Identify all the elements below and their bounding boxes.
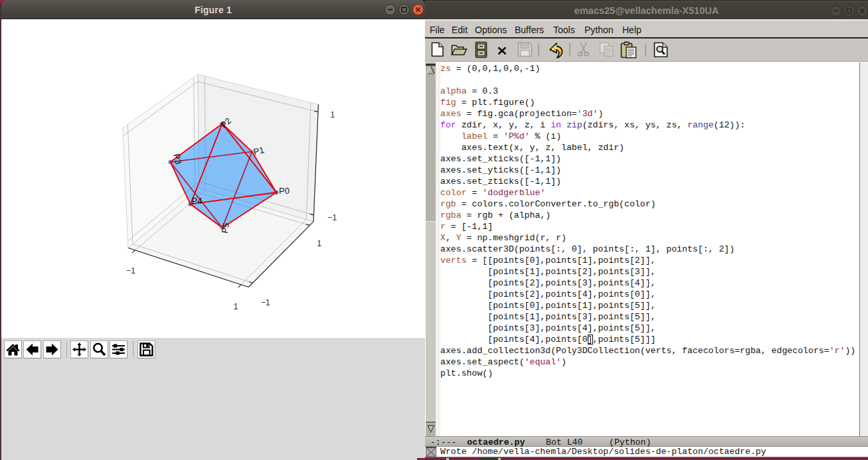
svg-text:−1: −1 (327, 213, 337, 222)
svg-text:P4: P4 (192, 196, 203, 206)
svg-text:1: 1 (233, 302, 238, 311)
svg-text:P0: P0 (279, 186, 290, 196)
svg-text:−1: −1 (126, 266, 135, 275)
svg-text:P5: P5 (220, 222, 232, 234)
svg-text:−1: −1 (261, 298, 270, 307)
svg-text:1: 1 (330, 110, 335, 119)
svg-text:1: 1 (317, 239, 321, 248)
